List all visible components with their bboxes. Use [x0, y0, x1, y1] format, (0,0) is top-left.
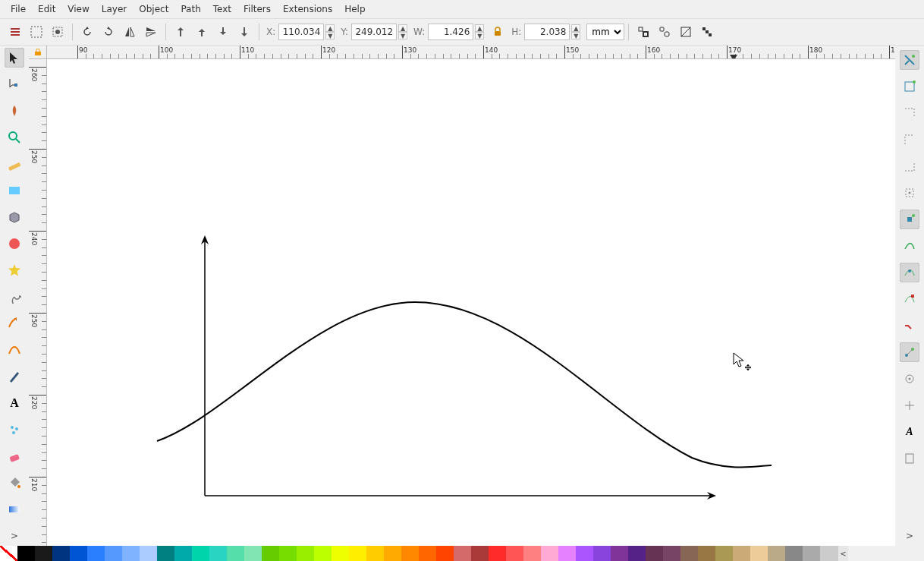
lock-aspect-icon[interactable] — [489, 23, 507, 41]
toggle-selection-box-icon[interactable] — [49, 23, 67, 41]
menu-path[interactable]: Path — [174, 2, 206, 16]
y-input[interactable] — [351, 24, 397, 40]
tweak-tool-icon[interactable] — [5, 101, 24, 121]
palette-swatch[interactable] — [87, 546, 105, 561]
palette-swatch[interactable] — [593, 546, 611, 561]
palette-swatch[interactable] — [803, 546, 820, 561]
select-same-icon[interactable] — [27, 23, 46, 41]
flip-vertical-icon[interactable] — [142, 23, 160, 41]
zoom-tool-icon[interactable] — [5, 128, 24, 147]
palette-swatch[interactable] — [314, 546, 332, 561]
snap-others-icon[interactable] — [900, 342, 919, 362]
snap-bbox-corner-icon[interactable] — [900, 130, 919, 150]
palette-swatch[interactable] — [680, 546, 698, 561]
scale-corners-icon[interactable] — [655, 23, 674, 41]
palette-swatch[interactable] — [17, 546, 35, 561]
pencil-tool-icon[interactable] — [5, 314, 24, 333]
palette-swatch[interactable] — [174, 546, 192, 561]
palette-swatch[interactable] — [628, 546, 646, 561]
scale-stroke-icon[interactable] — [634, 23, 652, 41]
rotate-cw-icon[interactable] — [99, 23, 118, 41]
unit-select[interactable]: mm — [586, 24, 624, 40]
palette-swatch[interactable] — [663, 546, 680, 561]
star-tool-icon[interactable] — [5, 260, 24, 280]
menu-view[interactable]: View — [61, 2, 95, 16]
w-step-down[interactable]: ▼ — [475, 32, 484, 39]
measure-tool-icon[interactable] — [5, 154, 24, 174]
move-gradient-icon[interactable] — [677, 23, 695, 41]
bezier-tool-icon[interactable] — [5, 340, 24, 360]
menu-filters[interactable]: Filters — [237, 2, 277, 16]
ruler-horizontal[interactable]: 90100110120130140150160170180190200 — [47, 46, 895, 59]
y-step-down[interactable]: ▼ — [398, 32, 407, 39]
eraser-tool-icon[interactable] — [5, 446, 24, 466]
h-step-up[interactable]: ▲ — [571, 24, 580, 32]
palette-swatch[interactable] — [209, 546, 227, 561]
palette-swatch[interactable] — [140, 546, 157, 561]
snap-to-node-icon[interactable] — [900, 289, 919, 309]
menu-layer[interactable]: Layer — [96, 2, 133, 16]
snap-object-center-icon[interactable] — [900, 369, 919, 389]
spray-tool-icon[interactable] — [5, 420, 24, 440]
palette-swatch[interactable] — [227, 546, 244, 561]
more-tools-icon[interactable]: > — [5, 526, 24, 546]
palette-swatch[interactable] — [541, 546, 558, 561]
palette-scroll-button[interactable]: < — [838, 546, 848, 561]
snap-smooth-node-icon[interactable] — [900, 316, 919, 336]
palette-swatch[interactable] — [785, 546, 803, 561]
menu-text[interactable]: Text — [207, 2, 237, 16]
palette-swatch[interactable] — [262, 546, 279, 561]
lower-icon[interactable] — [214, 23, 232, 41]
palette-swatch[interactable] — [157, 546, 174, 561]
palette-swatch[interactable] — [70, 546, 87, 561]
w-input[interactable] — [428, 24, 473, 40]
snap-bbox-edge-icon[interactable] — [900, 103, 919, 123]
x-step-up[interactable]: ▲ — [325, 24, 335, 32]
snap-path-icon[interactable] — [900, 236, 919, 256]
palette-swatch[interactable] — [192, 546, 209, 561]
rectangle-tool-icon[interactable] — [5, 181, 24, 200]
palette-swatch[interactable] — [698, 546, 715, 561]
raise-icon[interactable] — [193, 23, 211, 41]
palette-swatch[interactable] — [506, 546, 523, 561]
menu-file[interactable]: File — [5, 2, 32, 16]
palette-swatch[interactable] — [558, 546, 576, 561]
palette-swatch[interactable] — [279, 546, 297, 561]
palette-swatch[interactable] — [646, 546, 663, 561]
palette-swatch[interactable] — [122, 546, 140, 561]
palette-swatch[interactable] — [715, 546, 733, 561]
ellipse-tool-icon[interactable] — [5, 234, 24, 254]
palette-swatch[interactable] — [436, 546, 454, 561]
palette-swatch[interactable] — [401, 546, 419, 561]
palette-swatch[interactable] — [471, 546, 489, 561]
h-input[interactable] — [524, 24, 570, 40]
spiral-tool-icon[interactable] — [5, 287, 24, 307]
palette-swatch[interactable] — [0, 546, 17, 561]
flip-horizontal-icon[interactable] — [121, 23, 139, 41]
snap-bbox-midpoint-icon[interactable] — [900, 156, 919, 176]
y-step-up[interactable]: ▲ — [398, 24, 407, 32]
snap-path-intersect-icon[interactable] — [900, 263, 919, 282]
palette-swatch[interactable] — [733, 546, 750, 561]
ruler-vertical[interactable]: 260250240250220210 — [29, 59, 47, 546]
raise-top-icon[interactable] — [171, 23, 190, 41]
gradient-tool-icon[interactable] — [5, 500, 24, 519]
palette-swatch[interactable] — [611, 546, 628, 561]
palette-swatch[interactable] — [820, 546, 838, 561]
palette-swatch[interactable] — [35, 546, 52, 561]
snap-nodes-icon[interactable] — [900, 210, 919, 229]
node-tool-icon[interactable] — [5, 74, 24, 94]
select-all-layers-icon[interactable] — [6, 23, 24, 41]
palette-swatch[interactable] — [366, 546, 384, 561]
more-snaps-icon[interactable]: > — [900, 526, 919, 546]
paint-bucket-tool-icon[interactable] — [5, 473, 24, 493]
x-input[interactable] — [278, 24, 324, 40]
move-pattern-icon[interactable] — [698, 23, 716, 41]
snap-bbox-icon[interactable] — [900, 77, 919, 96]
calligraphy-tool-icon[interactable] — [5, 367, 24, 386]
lower-bottom-icon[interactable] — [235, 23, 253, 41]
palette-swatch[interactable] — [384, 546, 401, 561]
h-step-down[interactable]: ▼ — [571, 32, 580, 39]
palette-swatch[interactable] — [750, 546, 768, 561]
snap-text-baseline-icon[interactable]: A — [900, 422, 919, 442]
